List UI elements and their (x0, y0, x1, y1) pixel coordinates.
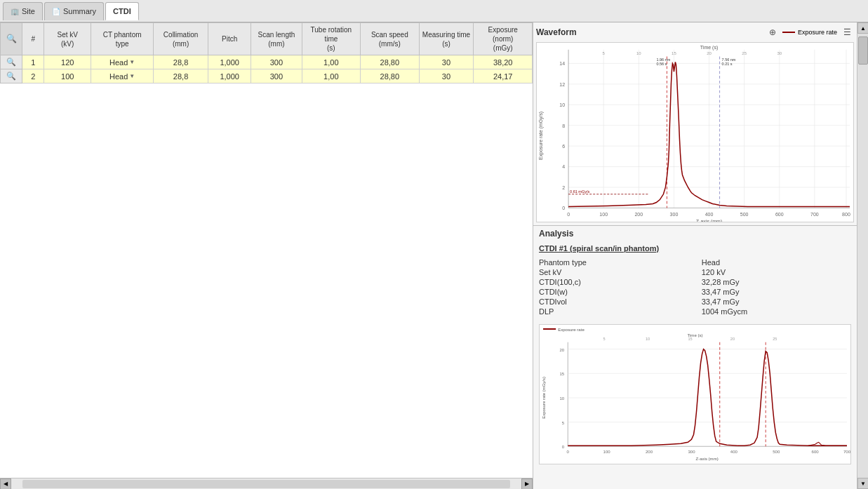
zoom-icon: 🔍 (6, 34, 17, 43)
scroll-right-btn[interactable]: ▶ (521, 478, 533, 490)
waveform-menu-btn[interactable]: ☰ (840, 25, 854, 39)
scroll-down-btn[interactable]: ▼ (857, 478, 868, 489)
col-num: # (22, 23, 44, 55)
analysis-field-value: 32,28 mGy (702, 278, 851, 286)
row-pitch: 1,000 (208, 55, 251, 69)
tab-summary[interactable]: 📄 Summary (44, 2, 104, 20)
svg-text:20: 20 (730, 337, 735, 341)
svg-text:0.61 mGy/s: 0.61 mGy/s (570, 189, 589, 194)
waveform-title: Waveform (536, 27, 577, 37)
tabs-bar: 🏢 Site 📄 Summary CTDI (0, 0, 868, 22)
svg-text:6: 6 (562, 144, 565, 149)
ctdi-title: CTDI #1 (spiral scan/in phantom) (539, 244, 851, 253)
analysis-field-value: 33,47 mGy (702, 297, 851, 306)
svg-text:0.21 s: 0.21 s (722, 62, 733, 66)
right-scrollbar[interactable]: ▲ ▼ (857, 22, 868, 489)
svg-text:600: 600 (812, 450, 820, 454)
svg-text:12: 12 (559, 82, 565, 87)
svg-text:200: 200 (646, 450, 653, 454)
svg-text:Z-axis (mm): Z-axis (mm) (696, 457, 719, 461)
tab-ctdi-label: CTDI (113, 7, 131, 15)
svg-text:10: 10 (646, 337, 650, 341)
svg-text:10: 10 (559, 102, 565, 107)
svg-text:20: 20 (707, 51, 712, 55)
svg-text:500: 500 (740, 212, 749, 217)
svg-text:2: 2 (562, 185, 565, 190)
analysis-header: Analysis (533, 226, 857, 241)
row-measuring-time: 30 (419, 55, 474, 69)
col-zoom: 🔍 (1, 23, 22, 55)
row-num: 2 (22, 69, 44, 83)
svg-text:Exposure rate: Exposure rate (558, 328, 585, 332)
col-tube-rotation: Tube rotationtime(s) (302, 23, 360, 55)
analysis-field-label: DLP (539, 307, 690, 316)
svg-text:15: 15 (672, 51, 676, 55)
analysis-field-label: CTDI(100,c) (539, 278, 690, 286)
tab-ctdi[interactable]: CTDI (105, 2, 139, 20)
row-zoom-icon[interactable]: 🔍 (1, 55, 22, 69)
waveform-controls: ⊕ Exposure rate ☰ (766, 25, 854, 39)
svg-text:800: 800 (842, 212, 850, 217)
scroll-track[interactable] (22, 480, 510, 488)
table-row: 🔍 1 120 Head ▼ 28,8 1,000 300 1,00 28,80… (1, 55, 533, 69)
table-container[interactable]: 🔍 # Set kV(kV) CT phantomtype Collimatio… (0, 22, 533, 478)
main-container: 🔍 # Set kV(kV) CT phantomtype Collimatio… (0, 22, 868, 489)
row-scan-length: 300 (251, 69, 302, 83)
row-set-kv: 120 (44, 55, 91, 69)
svg-text:600: 600 (775, 212, 784, 217)
svg-text:400: 400 (730, 450, 738, 454)
scroll-thumb[interactable] (858, 36, 868, 65)
waveform-header: Waveform ⊕ Exposure rate ☰ (536, 25, 854, 39)
svg-text:8: 8 (562, 123, 565, 128)
svg-text:10: 10 (560, 396, 565, 401)
scroll-left-btn[interactable]: ◀ (0, 478, 11, 490)
site-icon: 🏢 (11, 8, 19, 15)
dropdown-arrow: ▼ (129, 59, 135, 65)
row-set-kv: 100 (44, 69, 91, 83)
svg-text:0.56 s: 0.56 s (656, 62, 667, 66)
svg-text:10: 10 (636, 51, 641, 55)
row-num: 1 (22, 55, 44, 69)
row-tube-rotation: 1,00 (302, 55, 360, 69)
analysis-field-label: Set kV (539, 268, 690, 276)
row-collimation: 28,8 (154, 69, 208, 83)
data-table: 🔍 # Set kV(kV) CT phantomtype Collimatio… (0, 22, 533, 83)
svg-text:300: 300 (670, 212, 679, 217)
row-zoom-icon[interactable]: 🔍 (1, 69, 22, 83)
table-row: 🔍 2 100 Head ▼ 28,8 1,000 300 1,00 28,80… (1, 69, 533, 83)
tab-site-label: Site (22, 7, 35, 15)
svg-text:0: 0 (567, 212, 570, 217)
row-exposure: 38,20 (474, 55, 533, 69)
analysis-field-label: CTDI(w) (539, 288, 690, 296)
row-phantom-type[interactable]: Head ▼ (91, 69, 154, 83)
mini-chart[interactable]: Exposure rate Time (s) 5 10 15 20 25 (539, 324, 851, 464)
summary-icon: 📄 (52, 8, 60, 15)
svg-text:14: 14 (559, 61, 565, 66)
svg-text:25: 25 (742, 51, 747, 55)
col-collimation: Collimation(mm) (154, 23, 208, 55)
svg-text:500: 500 (773, 450, 780, 454)
svg-rect-54 (543, 328, 556, 330)
zoom-in-btn[interactable]: ⊕ (766, 25, 780, 39)
svg-text:15: 15 (560, 372, 565, 376)
scroll-up-btn[interactable]: ▲ (857, 22, 868, 34)
analysis-grid: Phantom typeHeadSet kV120 kVCTDI(100,c)3… (539, 258, 851, 316)
row-exposure: 24,17 (474, 69, 533, 83)
svg-text:15: 15 (688, 337, 692, 341)
analysis-content[interactable]: CTDI #1 (spiral scan/in phantom) Phantom… (533, 241, 857, 489)
waveform-chart[interactable]: 0 2 4 6 8 10 12 14 0 100 200 300 400 (536, 42, 854, 222)
svg-text:5: 5 (603, 337, 606, 341)
svg-text:100: 100 (599, 212, 608, 217)
svg-text:0: 0 (562, 206, 565, 210)
col-pitch: Pitch (208, 23, 251, 55)
row-scan-length: 300 (251, 55, 302, 69)
svg-text:20: 20 (560, 348, 565, 352)
bottom-scrollbar[interactable]: ◀ ▶ (0, 478, 533, 489)
tab-site[interactable]: 🏢 Site (3, 2, 43, 20)
col-scan-length: Scan length(mm) (251, 23, 302, 55)
dropdown-arrow: ▼ (129, 73, 135, 79)
svg-text:400: 400 (705, 212, 714, 217)
row-phantom-type[interactable]: Head ▼ (91, 55, 154, 69)
svg-text:100: 100 (603, 450, 611, 454)
analysis-left: CTDI #1 (spiral scan/in phantom) Phantom… (533, 241, 857, 489)
